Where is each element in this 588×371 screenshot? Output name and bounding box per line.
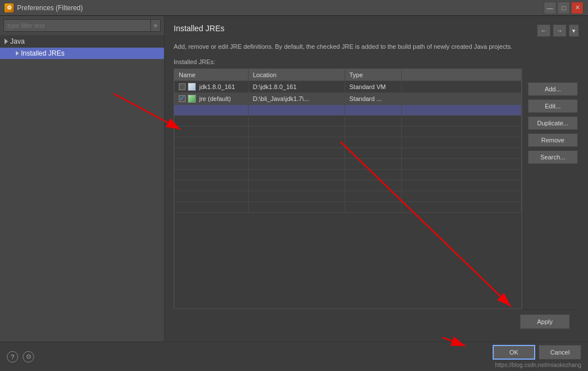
- filter-clear-button[interactable]: ×: [151, 19, 161, 32]
- table-row[interactable]: jre (default) D:\bli_Java\jdk1.7\... Sta…: [174, 92, 522, 104]
- close-button[interactable]: ✕: [571, 2, 583, 14]
- table-row-empty: [174, 158, 522, 169]
- sidebar-item-installed-jres[interactable]: Installed JREs: [0, 48, 164, 59]
- expand-icon: [5, 39, 8, 44]
- apply-area: Apply: [174, 309, 579, 334]
- main-layout: × Java Installed JREs Installed JREs ← →…: [0, 16, 588, 342]
- jre-icon-1: [188, 83, 196, 91]
- app-icon: ⚙: [5, 3, 14, 12]
- jre-location-1: D:\jdk1.8.0_161: [248, 81, 345, 92]
- installed-jres-label: Installed JREs: [21, 49, 65, 57]
- ok-button[interactable]: OK: [493, 345, 535, 360]
- apply-button[interactable]: Apply: [520, 314, 570, 329]
- col-type: Type: [345, 69, 401, 81]
- table-row-empty: [174, 137, 522, 147]
- window-title: Preferences (Filtered): [17, 4, 83, 12]
- add-button[interactable]: Add...: [528, 82, 578, 96]
- minimize-button[interactable]: —: [544, 2, 556, 14]
- button-panel: Add... Edit... Duplicate... Remove Searc…: [528, 69, 579, 310]
- jre-location-2: D:\bli_Java\jdk1.7\...: [248, 92, 345, 104]
- sidebar: × Java Installed JREs: [0, 16, 165, 342]
- remove-button[interactable]: Remove: [528, 133, 578, 147]
- table-row[interactable]: jdk1.8.0_161 D:\jdk1.8.0_161 Standard VM: [174, 81, 522, 92]
- cancel-button[interactable]: Cancel: [539, 345, 581, 360]
- title-bar: ⚙ Preferences (Filtered) — □ ✕: [0, 0, 588, 16]
- bottom-left: ? ⊙: [7, 351, 34, 362]
- maximize-button[interactable]: □: [557, 2, 570, 14]
- table-row-empty: [174, 115, 522, 126]
- java-label: Java: [10, 37, 24, 45]
- nav-forward-button[interactable]: →: [553, 24, 566, 37]
- duplicate-button[interactable]: Duplicate...: [528, 116, 578, 130]
- jre-checkbox-1[interactable]: [179, 83, 186, 90]
- installed-label: Installed JREs:: [174, 58, 579, 65]
- table-area: Name Location Type: [174, 69, 579, 310]
- jre-table: Name Location Type: [174, 69, 522, 213]
- search-button[interactable]: Search...: [528, 150, 578, 164]
- child-expand-icon: [16, 51, 19, 56]
- filter-input[interactable]: [3, 19, 151, 32]
- content-area: Installed JREs ← → ▾ Add, remove or edit…: [165, 16, 588, 342]
- defaults-icon[interactable]: ⊙: [23, 351, 34, 362]
- jre-name-1: jdk1.8.0_161: [199, 83, 235, 90]
- help-icon[interactable]: ?: [7, 351, 18, 362]
- edit-button[interactable]: Edit...: [528, 99, 578, 113]
- jre-type-2: Standard ...: [345, 92, 401, 104]
- description-text: Add, remove or edit JRE definitions. By …: [174, 42, 579, 52]
- bottom-right: OK Cancel https://blog.csdn.net/miaokezh…: [493, 345, 581, 368]
- nav-menu-button[interactable]: ▾: [569, 24, 579, 37]
- section-title: Installed JREs: [174, 24, 224, 33]
- table-row-empty: [174, 169, 522, 180]
- table-row-empty: [174, 180, 522, 191]
- col-extra: [401, 69, 522, 81]
- table-row-empty: [174, 126, 522, 137]
- bottom-bar: ? ⊙ OK Cancel https://blog.csdn.net/miao…: [0, 342, 588, 371]
- nav-back-button[interactable]: ←: [537, 24, 551, 37]
- table-row-empty: [174, 147, 522, 158]
- col-location: Location: [248, 69, 345, 81]
- jre-checkbox-2[interactable]: [179, 95, 186, 102]
- jre-table-container: Name Location Type: [174, 69, 522, 310]
- filter-container: ×: [0, 16, 164, 35]
- bottom-actions: OK Cancel: [493, 345, 581, 360]
- table-row-empty: [174, 201, 522, 212]
- col-name: Name: [174, 69, 248, 81]
- table-row-empty: [174, 191, 522, 201]
- sidebar-item-java[interactable]: Java: [0, 35, 164, 48]
- url-text: https://blog.csdn.net/miaokezhang: [495, 362, 581, 368]
- jre-type-1: Standard VM: [345, 81, 401, 92]
- table-row-empty: [174, 104, 522, 115]
- jre-name-2: jre (default): [199, 95, 231, 102]
- jre-icon-2: [188, 95, 196, 103]
